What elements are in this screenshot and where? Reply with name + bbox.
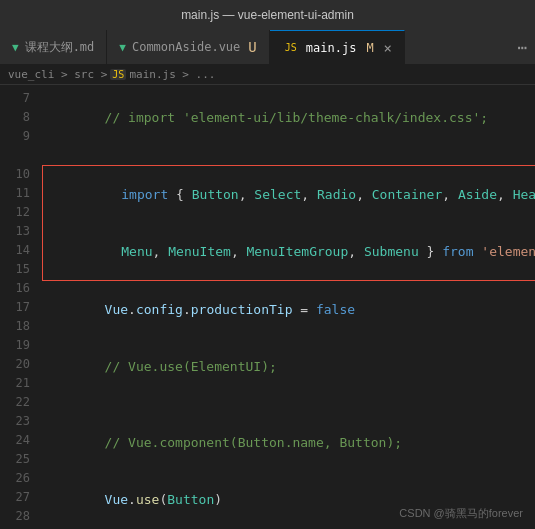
js-icon: JS	[282, 41, 300, 54]
code-content: // import 'element-ui/lib/theme-chalk/in…	[38, 85, 535, 525]
tab-main-label: main.js	[306, 41, 357, 55]
tab-bar: ▼ 课程大纲.md ▼ CommonAside.vue U JS main.js…	[0, 30, 535, 65]
ln-15: 15	[0, 260, 30, 279]
code-line-7: // import 'element-ui/lib/theme-chalk/in…	[42, 89, 535, 146]
ln-9b	[0, 146, 30, 165]
code-line-9b: Menu, MenuItem, MenuItemGroup, Submenu }…	[43, 223, 535, 280]
tab-aside[interactable]: ▼ CommonAside.vue U	[107, 30, 269, 64]
title-text: main.js — vue-element-ui-admin	[181, 8, 354, 22]
ln-12: 12	[0, 203, 30, 222]
ln-23: 23	[0, 412, 30, 431]
ln-7: 7	[0, 89, 30, 108]
vue-icon: ▼	[12, 41, 19, 54]
line-numbers: 7 8 9 10 11 12 13 14 15 16 17 18 19 20 2…	[0, 85, 38, 525]
ln-20: 20	[0, 355, 30, 374]
ln-26: 26	[0, 469, 30, 488]
tab-aside-label: CommonAside.vue	[132, 40, 240, 54]
breadcrumb-file: main.js > ...	[129, 68, 215, 81]
tab-main-dirty: M	[366, 41, 373, 55]
ellipsis-icon[interactable]: ⋯	[517, 38, 527, 57]
ln-14: 14	[0, 241, 30, 260]
ln-8: 8	[0, 108, 30, 127]
tab-actions: ⋯	[509, 30, 535, 64]
breadcrumb-text: vue_cli > src >	[8, 68, 107, 81]
code-line-9a: import { Button, Select, Radio, Containe…	[43, 166, 535, 223]
code-line-13: // Vue.component(Button.name, Button);	[42, 414, 535, 471]
ln-17: 17	[0, 298, 30, 317]
tab-main[interactable]: JS main.js M ×	[270, 30, 405, 64]
code-line-11: // Vue.use(ElementUI);	[42, 338, 535, 395]
tab-md-label: 课程大纲.md	[25, 39, 95, 56]
watermark-text: CSDN @骑黑马的forever	[399, 507, 523, 519]
breadcrumb-js-icon: JS	[110, 69, 126, 80]
title-bar: main.js — vue-element-ui-admin	[0, 0, 535, 30]
ln-28: 28	[0, 507, 30, 525]
ln-16: 16	[0, 279, 30, 298]
vue-icon-aside: ▼	[119, 41, 126, 54]
kw-import: import	[106, 187, 169, 202]
breadcrumb: vue_cli > src > JS main.js > ...	[0, 65, 535, 85]
tab-aside-dirty: U	[248, 39, 256, 55]
ln-10: 10	[0, 165, 30, 184]
comment-7: // import 'element-ui/lib/theme-chalk/in…	[89, 110, 488, 125]
tab-main-close[interactable]: ×	[384, 41, 392, 55]
ln-9: 9	[0, 127, 30, 146]
code-line-12	[42, 395, 535, 414]
code-line-8	[42, 146, 535, 165]
code-area: 7 8 9 10 11 12 13 14 15 16 17 18 19 20 2…	[0, 85, 535, 525]
tab-md[interactable]: ▼ 课程大纲.md	[0, 30, 107, 64]
ln-24: 24	[0, 431, 30, 450]
import-highlight-box: import { Button, Select, Radio, Containe…	[42, 165, 535, 281]
ln-19: 19	[0, 336, 30, 355]
ln-22: 22	[0, 393, 30, 412]
watermark: CSDN @骑黑马的forever	[399, 506, 523, 521]
ln-25: 25	[0, 450, 30, 469]
ln-18: 18	[0, 317, 30, 336]
code-line-10: Vue.config.productionTip = false	[42, 281, 535, 338]
ln-27: 27	[0, 488, 30, 507]
ln-11: 11	[0, 184, 30, 203]
ln-13: 13	[0, 222, 30, 241]
ln-21: 21	[0, 374, 30, 393]
